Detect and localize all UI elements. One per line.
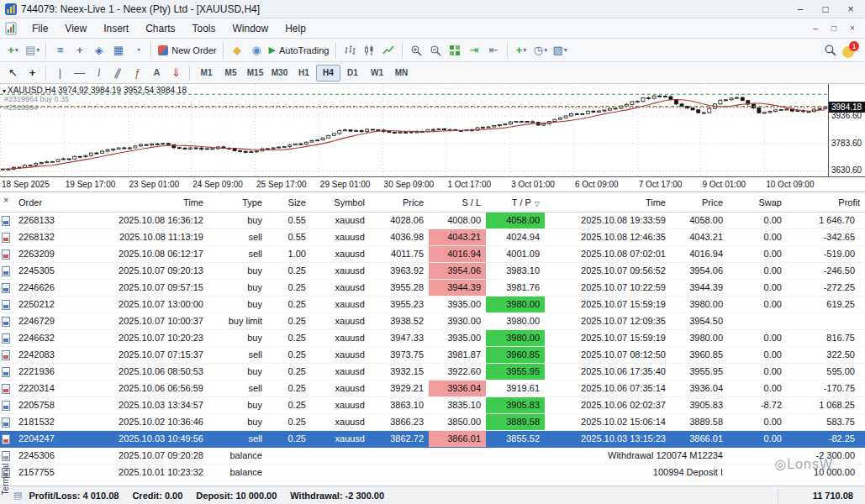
timeframe-m30-button[interactable]: M30 [267, 65, 292, 81]
column-header-time[interactable]: Time [66, 197, 208, 207]
child-close-icon[interactable]: × [843, 22, 862, 35]
timeframe-d1-button[interactable]: D1 [340, 65, 365, 81]
menu-help[interactable]: Help [277, 20, 314, 37]
cell-order: 2250212 [17, 297, 66, 312]
timeframe-w1-button[interactable]: W1 [365, 65, 389, 81]
column-header-profit[interactable]: Profit [787, 197, 865, 207]
crosshair-button[interactable]: + [23, 64, 42, 82]
timeframe-m15-button[interactable]: M15 [243, 65, 267, 81]
close-icon[interactable]: × [838, 1, 863, 18]
new-chart-button[interactable]: +▾ [3, 41, 23, 60]
fibonacci-button[interactable]: ƒ [128, 64, 147, 82]
equidistant-channel-button[interactable]: ∥ [108, 64, 128, 82]
maximize-icon[interactable]: □ [813, 1, 838, 18]
search-button[interactable] [820, 41, 840, 60]
minimize-icon[interactable]: – [788, 1, 813, 18]
column-header-symbol[interactable]: Symbol [311, 197, 370, 207]
new-order-button[interactable]: New Order [156, 41, 219, 60]
templates-button[interactable]: ▧▾ [551, 41, 570, 60]
price-chart[interactable]: ▾XAUUSD,H4 3974.92 3984.19 3952.54 3984.… [0, 84, 865, 192]
terminal-button[interactable]: ▦ [108, 41, 128, 60]
timeframe-h1-button[interactable]: H1 [292, 65, 316, 81]
history-row[interactable]: 22453052025.10.07 09:20:13buy0.25xauusd3… [0, 263, 865, 280]
zoom-out-icon [430, 45, 441, 56]
cell-swap: 0.00 [728, 229, 787, 245]
history-row[interactable]: 21577552025.10.01 10:23:32balance100994 … [0, 465, 865, 481]
time-axis[interactable]: 18 Sep 202519 Sep 17:0023 Sep 01:0024 Se… [0, 176, 865, 192]
text-tool-button[interactable]: A [147, 64, 166, 82]
cell-close-price: 4058.00 [671, 213, 728, 228]
terminal-close-icon[interactable]: × [3, 196, 8, 204]
column-header-t-p[interactable]: T / P▽ [486, 197, 545, 207]
timeframe-m1-button[interactable]: M1 [194, 65, 219, 81]
expert-advisors-button[interactable]: ◉ [247, 41, 266, 60]
history-row[interactable]: 22453062025.10.07 09:20:28balanceWithdra… [0, 448, 865, 465]
metaeditor-button[interactable]: ◆ [228, 41, 247, 60]
menu-insert[interactable]: Insert [95, 20, 137, 37]
horizontal-line-button[interactable]: — [70, 64, 89, 82]
column-header-swap[interactable]: Swap [728, 197, 787, 207]
bar-chart-button[interactable] [340, 41, 360, 60]
history-row[interactable]: 22219362025.10.06 08:50:53buy0.25xauusd3… [0, 364, 865, 381]
market-watch-button[interactable]: ≡ [50, 41, 70, 60]
history-row[interactable]: 22502122025.10.07 13:00:00buy0.25xauusd3… [0, 297, 865, 313]
history-row[interactable]: 22466322025.10.07 10:20:23buy0.25xauusd3… [0, 330, 865, 347]
terminal-tab[interactable]: Terminal [0, 454, 11, 504]
autotrading-button[interactable]: ▶AutoTrading [266, 41, 332, 60]
menu-view[interactable]: View [56, 20, 95, 37]
zoom-out-button[interactable] [426, 41, 446, 60]
history-row[interactable]: 22203142025.10.06 06:56:59sell0.25xauusd… [0, 381, 865, 397]
strategy-tester-button[interactable]: ◔ [128, 41, 147, 60]
cell-close-price: 3955.95 [671, 364, 728, 380]
history-row[interactable]: 22042472025.10.03 10:49:56sell0.25xauusd… [0, 431, 865, 448]
periods-button[interactable]: ◷▾ [531, 41, 551, 60]
menu-window[interactable]: Window [224, 20, 277, 37]
timeframe-m5-button[interactable]: M5 [219, 65, 243, 81]
navigator-button[interactable]: ◈ [89, 41, 108, 60]
chart-shift-button[interactable]: ⇤ [484, 41, 504, 60]
column-header-size[interactable]: Size [267, 197, 311, 207]
history-row[interactable]: 22681332025.10.08 16:36:12buy0.55xauusd4… [0, 213, 865, 229]
history-row[interactable]: 22467292025.10.07 10:00:37buy limit0.25x… [0, 313, 865, 330]
timeframe-mn-button[interactable]: MN [389, 65, 414, 81]
data-window-button[interactable]: + [70, 41, 89, 60]
menu-file[interactable]: File [24, 20, 56, 37]
vertical-line-button[interactable]: | [50, 64, 70, 82]
history-row[interactable]: 22632092025.10.08 06:12:17sell1.00xauusd… [0, 246, 865, 263]
auto-scroll-button[interactable]: ⇥ [465, 41, 484, 60]
price-scale[interactable]: 3936.603783.603630.603984.18 [828, 84, 865, 176]
timeframe-h4-button[interactable]: H4 [316, 65, 340, 81]
column-header-time[interactable]: Time [545, 197, 671, 207]
column-header-price[interactable]: Price [671, 197, 728, 207]
column-header-order[interactable]: Order [17, 197, 66, 207]
child-minimize-icon[interactable]: – [806, 22, 825, 35]
history-row[interactable]: 22681322025.10.08 11:13:19sell0.55xauusd… [0, 229, 865, 246]
line-chart-button[interactable] [379, 41, 398, 60]
symbol-dropdown-icon[interactable]: ▾ [3, 87, 6, 95]
trendline-button[interactable]: / [89, 64, 108, 82]
menu-charts[interactable]: Charts [137, 20, 183, 37]
order-type-icon [0, 300, 17, 310]
tile-windows-button[interactable] [446, 41, 465, 60]
notification-badge: 1 [849, 41, 859, 51]
zoom-in-button[interactable] [407, 41, 426, 60]
history-row[interactable]: 22466262025.10.07 09:57:15buy0.25xauusd3… [0, 280, 865, 297]
history-row[interactable]: 21815322025.10.02 10:36:46buy0.25xauusd3… [0, 414, 865, 431]
menu-tools[interactable]: Tools [184, 20, 224, 37]
trendline-icon: / [97, 67, 101, 78]
history-row[interactable]: 22420832025.10.07 07:15:37sell0.25xauusd… [0, 347, 865, 364]
cell-profit: 619.25 [787, 297, 865, 312]
candlestick-chart-button[interactable] [360, 41, 379, 60]
cursor-button[interactable]: ↖ [3, 64, 23, 82]
community-notifications-button[interactable]: 1 [840, 41, 862, 60]
column-header-s-l[interactable]: S / L [429, 197, 486, 207]
cell-symbol: xauusd [311, 297, 370, 312]
child-restore-icon[interactable]: □ [825, 22, 843, 35]
column-header-type[interactable]: Type [208, 197, 267, 207]
history-row[interactable]: 22057582025.10.03 13:34:57buy0.25xauusd3… [0, 397, 865, 414]
indicators-button[interactable]: +▾ [512, 41, 531, 60]
profiles-button[interactable]: ▤▾ [23, 41, 42, 60]
arrows-tool-button[interactable]: ⇓ [166, 64, 186, 82]
candlestick-plot[interactable] [0, 84, 828, 176]
column-header-price[interactable]: Price [370, 197, 429, 207]
